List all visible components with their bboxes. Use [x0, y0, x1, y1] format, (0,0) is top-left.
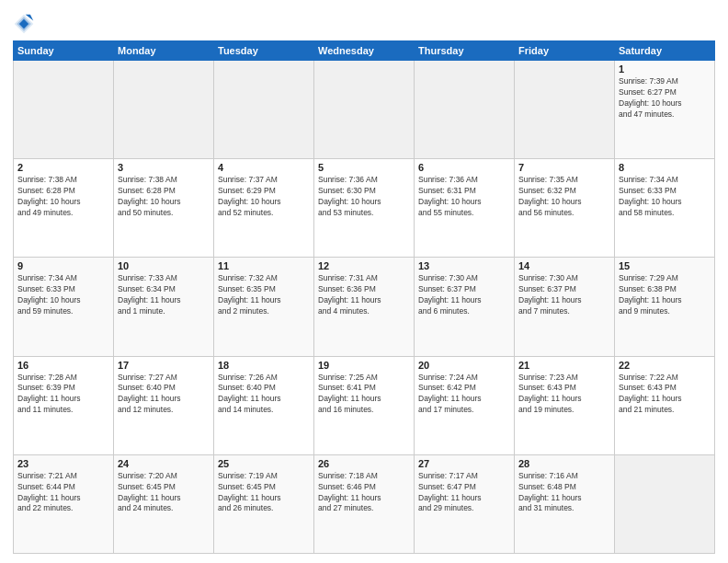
- calendar-cell: 12Sunrise: 7:31 AM Sunset: 6:36 PM Dayli…: [314, 258, 415, 356]
- day-info: Sunrise: 7:30 AM Sunset: 6:37 PM Dayligh…: [418, 273, 510, 317]
- day-number: 11: [218, 260, 310, 271]
- day-number: 20: [418, 360, 510, 371]
- day-info: Sunrise: 7:16 AM Sunset: 6:48 PM Dayligh…: [518, 471, 610, 515]
- day-number: 22: [619, 360, 711, 371]
- day-number: 16: [17, 360, 109, 371]
- calendar-cell: 13Sunrise: 7:30 AM Sunset: 6:37 PM Dayli…: [415, 258, 515, 356]
- day-info: Sunrise: 7:26 AM Sunset: 6:40 PM Dayligh…: [218, 373, 310, 417]
- calendar-cell: 11Sunrise: 7:32 AM Sunset: 6:35 PM Dayli…: [214, 258, 314, 356]
- calendar-cell: 25Sunrise: 7:19 AM Sunset: 6:45 PM Dayli…: [214, 454, 314, 553]
- day-info: Sunrise: 7:27 AM Sunset: 6:40 PM Dayligh…: [118, 373, 210, 417]
- calendar-week-3: 9Sunrise: 7:34 AM Sunset: 6:33 PM Daylig…: [14, 258, 715, 356]
- day-info: Sunrise: 7:25 AM Sunset: 6:41 PM Dayligh…: [318, 373, 410, 417]
- calendar-cell: 6Sunrise: 7:36 AM Sunset: 6:31 PM Daylig…: [415, 159, 515, 258]
- calendar-cell: 26Sunrise: 7:18 AM Sunset: 6:46 PM Dayli…: [314, 454, 415, 553]
- calendar-cell: 24Sunrise: 7:20 AM Sunset: 6:45 PM Dayli…: [114, 454, 214, 553]
- calendar-cell: 28Sunrise: 7:16 AM Sunset: 6:48 PM Dayli…: [515, 454, 615, 553]
- day-info: Sunrise: 7:24 AM Sunset: 6:42 PM Dayligh…: [418, 373, 510, 417]
- calendar-cell: [214, 61, 314, 159]
- day-info: Sunrise: 7:39 AM Sunset: 6:27 PM Dayligh…: [619, 76, 711, 121]
- day-info: Sunrise: 7:23 AM Sunset: 6:43 PM Dayligh…: [518, 373, 610, 417]
- day-info: Sunrise: 7:38 AM Sunset: 6:28 PM Dayligh…: [118, 175, 210, 219]
- weekday-header-thursday: Thursday: [415, 41, 515, 61]
- day-number: 1: [619, 63, 711, 75]
- day-number: 6: [418, 162, 510, 173]
- weekday-header-friday: Friday: [515, 41, 615, 61]
- calendar-cell: 14Sunrise: 7:30 AM Sunset: 6:37 PM Dayli…: [515, 258, 615, 356]
- day-number: 15: [619, 260, 711, 271]
- day-info: Sunrise: 7:21 AM Sunset: 6:44 PM Dayligh…: [17, 471, 109, 515]
- day-info: Sunrise: 7:37 AM Sunset: 6:29 PM Dayligh…: [218, 175, 310, 219]
- calendar-cell: [615, 454, 715, 553]
- day-number: 5: [318, 162, 410, 173]
- calendar-week-5: 23Sunrise: 7:21 AM Sunset: 6:44 PM Dayli…: [14, 454, 715, 553]
- logo: [13, 13, 39, 35]
- day-number: 12: [318, 260, 410, 271]
- day-info: Sunrise: 7:38 AM Sunset: 6:28 PM Dayligh…: [17, 175, 109, 219]
- day-info: Sunrise: 7:36 AM Sunset: 6:31 PM Dayligh…: [418, 175, 510, 219]
- day-number: 10: [118, 260, 210, 271]
- calendar-cell: 22Sunrise: 7:22 AM Sunset: 6:43 PM Dayli…: [615, 356, 715, 454]
- day-info: Sunrise: 7:20 AM Sunset: 6:45 PM Dayligh…: [118, 471, 210, 515]
- calendar-cell: [14, 61, 114, 159]
- day-number: 28: [518, 458, 610, 469]
- calendar-cell: 10Sunrise: 7:33 AM Sunset: 6:34 PM Dayli…: [114, 258, 214, 356]
- day-number: 7: [518, 162, 610, 173]
- day-number: 18: [218, 360, 310, 371]
- day-number: 21: [518, 360, 610, 371]
- day-info: Sunrise: 7:18 AM Sunset: 6:46 PM Dayligh…: [318, 471, 410, 515]
- day-number: 13: [418, 260, 510, 271]
- day-info: Sunrise: 7:28 AM Sunset: 6:39 PM Dayligh…: [17, 373, 109, 417]
- calendar-cell: 9Sunrise: 7:34 AM Sunset: 6:33 PM Daylig…: [14, 258, 114, 356]
- day-info: Sunrise: 7:33 AM Sunset: 6:34 PM Dayligh…: [118, 273, 210, 317]
- day-number: 4: [218, 162, 310, 173]
- calendar-cell: 20Sunrise: 7:24 AM Sunset: 6:42 PM Dayli…: [415, 356, 515, 454]
- day-number: 9: [17, 260, 109, 271]
- calendar-cell: 7Sunrise: 7:35 AM Sunset: 6:32 PM Daylig…: [515, 159, 615, 258]
- day-info: Sunrise: 7:19 AM Sunset: 6:45 PM Dayligh…: [218, 471, 310, 515]
- weekday-header-tuesday: Tuesday: [214, 41, 314, 61]
- day-info: Sunrise: 7:17 AM Sunset: 6:47 PM Dayligh…: [418, 471, 510, 515]
- day-info: Sunrise: 7:36 AM Sunset: 6:30 PM Dayligh…: [318, 175, 410, 219]
- day-number: 2: [17, 162, 109, 173]
- day-number: 19: [318, 360, 410, 371]
- calendar-cell: 17Sunrise: 7:27 AM Sunset: 6:40 PM Dayli…: [114, 356, 214, 454]
- calendar-body: 1Sunrise: 7:39 AM Sunset: 6:27 PM Daylig…: [14, 61, 715, 554]
- calendar-cell: 27Sunrise: 7:17 AM Sunset: 6:47 PM Dayli…: [415, 454, 515, 553]
- day-info: Sunrise: 7:30 AM Sunset: 6:37 PM Dayligh…: [518, 273, 610, 317]
- weekday-header-saturday: Saturday: [615, 41, 715, 61]
- day-number: 17: [118, 360, 210, 371]
- weekday-header-wednesday: Wednesday: [314, 41, 415, 61]
- calendar-header: SundayMondayTuesdayWednesdayThursdayFrid…: [14, 41, 715, 61]
- day-info: Sunrise: 7:22 AM Sunset: 6:43 PM Dayligh…: [619, 373, 711, 417]
- weekday-header-monday: Monday: [114, 41, 214, 61]
- day-number: 25: [218, 458, 310, 469]
- header: [13, 9, 715, 35]
- calendar-table: SundayMondayTuesdayWednesdayThursdayFrid…: [13, 40, 715, 554]
- calendar-cell: [415, 61, 515, 159]
- calendar-week-4: 16Sunrise: 7:28 AM Sunset: 6:39 PM Dayli…: [14, 356, 715, 454]
- calendar-cell: 4Sunrise: 7:37 AM Sunset: 6:29 PM Daylig…: [214, 159, 314, 258]
- calendar-cell: 15Sunrise: 7:29 AM Sunset: 6:38 PM Dayli…: [615, 258, 715, 356]
- calendar-cell: 2Sunrise: 7:38 AM Sunset: 6:28 PM Daylig…: [14, 159, 114, 258]
- calendar-cell: 8Sunrise: 7:34 AM Sunset: 6:33 PM Daylig…: [615, 159, 715, 258]
- calendar-cell: [314, 61, 415, 159]
- day-info: Sunrise: 7:34 AM Sunset: 6:33 PM Dayligh…: [619, 175, 711, 219]
- calendar-cell: 1Sunrise: 7:39 AM Sunset: 6:27 PM Daylig…: [615, 61, 715, 159]
- day-info: Sunrise: 7:31 AM Sunset: 6:36 PM Dayligh…: [318, 273, 410, 317]
- day-info: Sunrise: 7:32 AM Sunset: 6:35 PM Dayligh…: [218, 273, 310, 317]
- calendar-cell: [114, 61, 214, 159]
- day-number: 23: [17, 458, 109, 469]
- weekday-header-row: SundayMondayTuesdayWednesdayThursdayFrid…: [14, 41, 715, 61]
- calendar-cell: 19Sunrise: 7:25 AM Sunset: 6:41 PM Dayli…: [314, 356, 415, 454]
- day-number: 3: [118, 162, 210, 173]
- day-info: Sunrise: 7:29 AM Sunset: 6:38 PM Dayligh…: [619, 273, 711, 317]
- calendar-cell: 16Sunrise: 7:28 AM Sunset: 6:39 PM Dayli…: [14, 356, 114, 454]
- day-number: 24: [118, 458, 210, 469]
- weekday-header-sunday: Sunday: [14, 41, 114, 61]
- calendar-week-2: 2Sunrise: 7:38 AM Sunset: 6:28 PM Daylig…: [14, 159, 715, 258]
- logo-icon: [13, 13, 35, 35]
- day-number: 26: [318, 458, 410, 469]
- calendar-cell: 18Sunrise: 7:26 AM Sunset: 6:40 PM Dayli…: [214, 356, 314, 454]
- day-info: Sunrise: 7:34 AM Sunset: 6:33 PM Dayligh…: [17, 273, 109, 317]
